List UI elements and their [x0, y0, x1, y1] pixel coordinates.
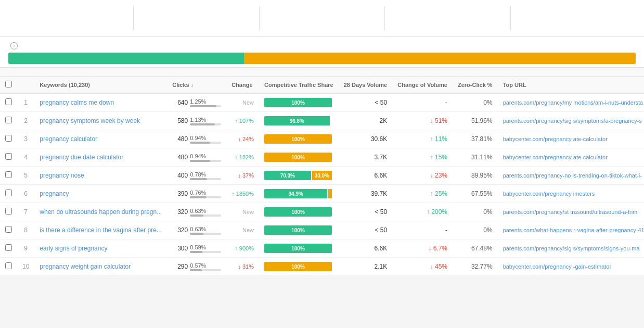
- row-checkbox[interactable]: [5, 171, 12, 178]
- change-value: ↑ 1850%: [231, 191, 254, 197]
- traffic-full-orange: 100%: [264, 134, 332, 144]
- top-url-value[interactable]: babycenter.com/pregnancy -gain-estimator: [503, 263, 612, 270]
- volume-value: 30.6K: [371, 135, 387, 143]
- keyword-link[interactable]: pregnancy calculator: [40, 135, 97, 143]
- top-url-value[interactable]: parents.com/pregnancy/st trasound/ultras…: [503, 209, 638, 215]
- keyword-link[interactable]: early signs of pregnancy: [40, 245, 107, 252]
- col-keywords[interactable]: Keywords (10,230): [34, 77, 167, 93]
- traffic-green-bar: 70.0%: [264, 171, 311, 180]
- top-url-value[interactable]: babycenter.com/pregnancy ate-calculator: [503, 136, 608, 142]
- table-row: 9early signs of pregnancy 300 0.59% ↑ 90…: [0, 239, 644, 258]
- keyword-link[interactable]: when do ultrasounds happen during pregn.…: [40, 208, 162, 216]
- row-checkbox[interactable]: [5, 208, 12, 215]
- top-url-value[interactable]: babycenter.com/pregnancy imesters: [503, 191, 595, 197]
- zero-click-cell: 0%: [453, 203, 498, 221]
- keyword-link[interactable]: pregnancy symptoms week by week: [40, 117, 140, 124]
- row-checkbox[interactable]: [5, 190, 12, 196]
- clicks-percent: 0.63%: [190, 226, 206, 232]
- clicks-bar-fill: [190, 160, 210, 162]
- row-number: 2: [17, 112, 34, 130]
- row-checkbox[interactable]: [5, 98, 12, 105]
- volume-cell: 3.7K: [339, 148, 393, 167]
- volume-change-value: ↑ 200%: [427, 208, 447, 216]
- row-number: 5: [17, 167, 34, 185]
- row-checkbox-cell[interactable]: [0, 93, 17, 112]
- row-checkbox-cell[interactable]: [0, 167, 17, 185]
- volume-change-value: ↑ 15%: [430, 154, 447, 161]
- col-clicks[interactable]: Clicks ↓: [167, 77, 226, 93]
- clicks-percent: 0.63%: [190, 208, 206, 214]
- change-value: ↑ 182%: [235, 154, 254, 160]
- row-checkbox-cell[interactable]: [0, 258, 17, 276]
- top-url-cell: babycenter.com/pregnancy imesters: [498, 185, 644, 203]
- clicks-cell: 320 0.63%: [167, 221, 226, 239]
- clicks-bar-bg: [190, 178, 221, 180]
- volume-change-value: ↑ 11%: [430, 135, 447, 143]
- col-zero-click[interactable]: Zero-Click %: [453, 77, 498, 93]
- col-top-url[interactable]: Top URL: [498, 77, 644, 93]
- keyword-cell: pregnancy due date calculator: [34, 148, 167, 167]
- row-checkbox[interactable]: [5, 244, 12, 251]
- col-vol-change[interactable]: Change of Volume: [392, 77, 453, 93]
- keyword-link[interactable]: pregnancy calms me down: [40, 99, 114, 106]
- top-url-cell: babycenter.com/pregnancy ate-calculator: [498, 148, 644, 167]
- row-checkbox[interactable]: [5, 226, 12, 233]
- traffic-share-cell: 100%: [259, 148, 339, 167]
- clicks-cell: 480 0.94%: [167, 148, 226, 167]
- keyword-cell: pregnancy symptoms week by week: [34, 112, 167, 130]
- keyword-cell: pregnancy weight gain calculator: [34, 258, 167, 276]
- volume-change-cell: -: [392, 221, 453, 239]
- clicks-bar-bg: [190, 160, 221, 162]
- keyword-link[interactable]: pregnancy nose: [40, 172, 84, 179]
- row-checkbox[interactable]: [5, 135, 12, 142]
- row-checkbox-cell[interactable]: [0, 185, 17, 203]
- top-url-value[interactable]: parents.com/pregnancy/sig s/symptoms/a-p…: [503, 118, 642, 124]
- clicks-cell: 390 0.76%: [167, 185, 226, 203]
- clicks-percent: 0.94%: [190, 135, 206, 141]
- zero-click-cell: 67.55%: [453, 185, 498, 203]
- select-all-checkbox[interactable]: [5, 81, 12, 87]
- row-checkbox[interactable]: [5, 153, 12, 160]
- clicks-count: 290: [172, 263, 188, 270]
- keyword-link[interactable]: pregnancy weight gain calculator: [40, 263, 131, 270]
- change-cell: ↑ 182%: [226, 148, 259, 167]
- top-url-value[interactable]: parents.com/pregnancy-no is-trending-on-…: [503, 172, 642, 179]
- top-url-cell: babycenter.com/pregnancy -gain-estimator: [498, 258, 644, 276]
- clicks-bar-bg: [190, 233, 221, 235]
- row-checkbox-cell[interactable]: [0, 112, 17, 130]
- row-checkbox[interactable]: [5, 262, 12, 269]
- clicks-cell: 480 0.94%: [167, 130, 226, 148]
- row-number: 6: [17, 185, 34, 203]
- col-traffic-share[interactable]: Competitive Traffic Share: [259, 77, 339, 93]
- row-checkbox-cell[interactable]: [0, 221, 17, 239]
- table-row: 3pregnancy calculator 480 0.94% ↓ 24%100…: [0, 130, 644, 148]
- select-all-checkbox-header[interactable]: [0, 77, 17, 93]
- traffic-orange-bar: [328, 189, 332, 198]
- clicks-bar-fill: [190, 178, 207, 180]
- top-url-value[interactable]: parents.com/what-happens r-vagina-after-…: [503, 227, 644, 233]
- row-checkbox[interactable]: [5, 117, 12, 123]
- change-value: ↓ 37%: [238, 172, 254, 179]
- col-volume[interactable]: 28 Days Volume: [339, 77, 393, 93]
- keyword-link[interactable]: is there a difference in the vagina afte…: [40, 226, 162, 234]
- keyword-link[interactable]: pregnancy due date calculator: [40, 154, 123, 161]
- row-checkbox-cell[interactable]: [0, 148, 17, 167]
- top-url-value[interactable]: babycenter.com/pregnancy ate-calculator: [503, 154, 608, 160]
- row-checkbox-cell[interactable]: [0, 203, 17, 221]
- row-checkbox-cell[interactable]: [0, 239, 17, 258]
- keyword-cell: pregnancy: [34, 185, 167, 203]
- clicks-bar-fill: [190, 215, 203, 217]
- row-number: 8: [17, 221, 34, 239]
- top-url-value[interactable]: parents.com/pregnancy/sig s/symptoms/sig…: [503, 245, 640, 251]
- top-url-value[interactable]: parents.com/pregnancy/my motions/am-i-nu…: [503, 99, 643, 106]
- col-change[interactable]: Change: [226, 77, 259, 93]
- change-value: ↑ 900%: [235, 245, 254, 251]
- keyword-link[interactable]: pregnancy: [40, 190, 69, 197]
- volume-value: 6.6K: [375, 245, 388, 252]
- row-checkbox-cell[interactable]: [0, 130, 17, 148]
- clicks-share-title: i: [8, 42, 636, 49]
- clicks-share-bar: [8, 53, 636, 64]
- info-icon[interactable]: i: [10, 42, 18, 49]
- top-url-cell: parents.com/pregnancy/sig s/symptoms/a-p…: [498, 112, 644, 130]
- volume-change-value: ↓ 23%: [430, 172, 447, 179]
